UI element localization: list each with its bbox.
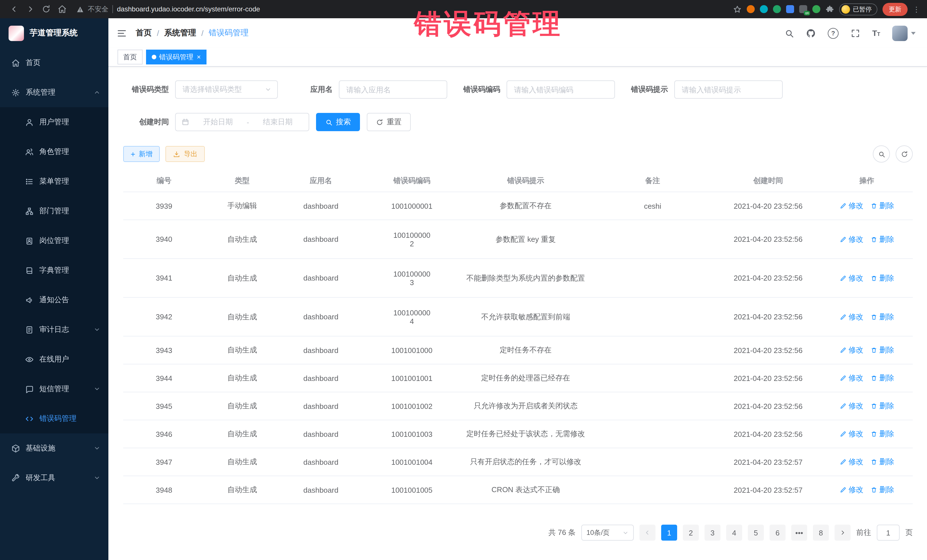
extension-icon[interactable] <box>786 5 794 13</box>
sidebar-item-menu[interactable]: 菜单管理 <box>0 167 108 196</box>
help-icon[interactable]: ? <box>828 28 839 38</box>
sidebar-toggle-button[interactable] <box>116 28 127 38</box>
edit-link[interactable]: 修改 <box>839 457 863 467</box>
breadcrumb-item-system[interactable]: 系统管理 <box>164 28 196 38</box>
browser-toolbar-right: on 已暂停 更新 ⋮ <box>733 3 920 16</box>
arrow-left-icon[interactable] <box>10 5 19 14</box>
sms-icon <box>25 385 33 393</box>
add-button[interactable]: + 新增 <box>123 146 160 162</box>
edit-link[interactable]: 修改 <box>839 401 863 411</box>
delete-link[interactable]: 删除 <box>870 457 894 467</box>
toggle-search-button[interactable] <box>873 146 890 162</box>
export-button[interactable]: 导出 <box>166 146 205 162</box>
sidebar-item-label: 首页 <box>26 58 41 68</box>
edit-link[interactable]: 修改 <box>839 312 863 322</box>
prev-page-button[interactable] <box>640 525 655 540</box>
sidebar-item-notice[interactable]: 通知公告 <box>0 285 108 315</box>
home-icon[interactable] <box>58 5 67 14</box>
sidebar-item-infra[interactable]: 基础设施 <box>0 433 108 463</box>
forward-button[interactable] <box>23 2 38 17</box>
delete-link[interactable]: 删除 <box>870 485 894 495</box>
sidebar-item-post[interactable]: 岗位管理 <box>0 226 108 255</box>
extension-icon[interactable] <box>760 5 768 13</box>
user-menu[interactable] <box>892 25 916 41</box>
delete-link[interactable]: 删除 <box>870 373 894 383</box>
extension-icon[interactable] <box>747 5 755 13</box>
sidebar-item-role[interactable]: 角色管理 <box>0 137 108 167</box>
sidebar-item-dict[interactable]: 字典管理 <box>0 255 108 285</box>
search-button[interactable]: 搜索 <box>316 113 360 131</box>
back-button[interactable] <box>7 2 22 17</box>
sidebar-item-sms[interactable]: 短信管理 <box>0 374 108 404</box>
page-4-button[interactable]: 4 <box>726 525 742 540</box>
extension-icon[interactable] <box>812 5 820 13</box>
sidebar-item-error-code[interactable]: 错误码管理 <box>0 404 108 433</box>
edit-link[interactable]: 修改 <box>839 429 863 439</box>
arrow-right-icon[interactable] <box>26 5 35 14</box>
header-search-button[interactable] <box>784 28 794 38</box>
close-icon[interactable]: × <box>197 54 201 61</box>
delete-link[interactable]: 删除 <box>870 201 894 211</box>
sidebar-item-dept[interactable]: 部门管理 <box>0 196 108 226</box>
delete-link[interactable]: 删除 <box>870 312 894 322</box>
delete-link[interactable]: 删除 <box>870 234 894 244</box>
page-3-button[interactable]: 3 <box>705 525 720 540</box>
delete-link[interactable]: 删除 <box>870 345 894 355</box>
update-button[interactable]: 更新 <box>883 3 907 16</box>
avatar[interactable] <box>892 25 907 41</box>
next-page-button[interactable] <box>834 525 851 540</box>
extension-icon[interactable]: on <box>799 5 807 13</box>
page-6-button[interactable]: 6 <box>769 525 786 540</box>
tab-error-code[interactable]: 错误码管理× <box>146 50 207 64</box>
tab-home[interactable]: 首页 <box>117 50 143 64</box>
goto-page-input[interactable] <box>877 525 900 540</box>
date-range-picker[interactable]: 开始日期 - 结束日期 <box>175 113 309 131</box>
edit-link[interactable]: 修改 <box>839 234 863 244</box>
sidebar-item-system[interactable]: 系统管理 <box>0 77 108 107</box>
breadcrumb-item-home[interactable]: 首页 <box>136 28 152 38</box>
page-1-button[interactable]: 1 <box>661 525 677 540</box>
column-header: 应用名 <box>280 176 362 186</box>
delete-link[interactable]: 删除 <box>870 429 894 439</box>
app-name-input[interactable] <box>339 80 447 99</box>
page-size-select[interactable]: 10条/页 <box>581 525 634 540</box>
breadcrumb-item-current: 错误码管理 <box>209 28 249 38</box>
sidebar-item-online-user[interactable]: 在线用户 <box>0 344 108 374</box>
reload-button[interactable] <box>39 2 54 17</box>
edit-link[interactable]: 修改 <box>839 345 863 355</box>
home-button[interactable] <box>55 2 70 17</box>
error-code-input[interactable] <box>506 80 615 99</box>
sidebar-item-home[interactable]: 首页 <box>0 48 108 77</box>
page-2-button[interactable]: 2 <box>683 525 699 540</box>
cell-id: 3940 <box>123 235 205 243</box>
sidebar-item-devtool[interactable]: 研发工具 <box>0 463 108 493</box>
edit-link[interactable]: 修改 <box>839 485 863 495</box>
refresh-table-button[interactable] <box>896 146 913 162</box>
extension-icon[interactable] <box>773 5 781 13</box>
github-button[interactable] <box>806 28 816 38</box>
address-bar[interactable]: 不安全 dashboard.yudao.iocoder.cn/system/er… <box>76 4 726 14</box>
profile-paused-badge[interactable]: 已暂停 <box>839 3 877 15</box>
edit-link[interactable]: 修改 <box>839 201 863 211</box>
fullscreen-button[interactable] <box>851 28 860 38</box>
edit-icon <box>839 403 846 410</box>
more-pages-button[interactable]: ••• <box>791 525 807 540</box>
edit-link[interactable]: 修改 <box>839 273 863 283</box>
bookmark-star-button[interactable] <box>733 5 742 14</box>
error-hint-input[interactable] <box>674 80 783 99</box>
page-8-button[interactable]: 8 <box>813 525 829 540</box>
reload-icon[interactable] <box>42 5 51 14</box>
edit-icon <box>839 275 846 281</box>
page-5-button[interactable]: 5 <box>748 525 764 540</box>
sidebar-item-audit-log[interactable]: 审计日志 <box>0 315 108 344</box>
font-size-button[interactable]: TT <box>872 29 880 37</box>
reset-button[interactable]: 重置 <box>367 113 411 131</box>
error-type-select[interactable]: 请选择错误码类型 <box>175 80 278 99</box>
cell-actions: 修改删除 <box>821 201 913 211</box>
browser-menu-button[interactable]: ⋮ <box>913 5 920 14</box>
delete-link[interactable]: 删除 <box>870 401 894 411</box>
edit-link[interactable]: 修改 <box>839 373 863 383</box>
extensions-menu-button[interactable] <box>825 5 834 14</box>
sidebar-item-user[interactable]: 用户管理 <box>0 107 108 137</box>
delete-link[interactable]: 删除 <box>870 273 894 283</box>
